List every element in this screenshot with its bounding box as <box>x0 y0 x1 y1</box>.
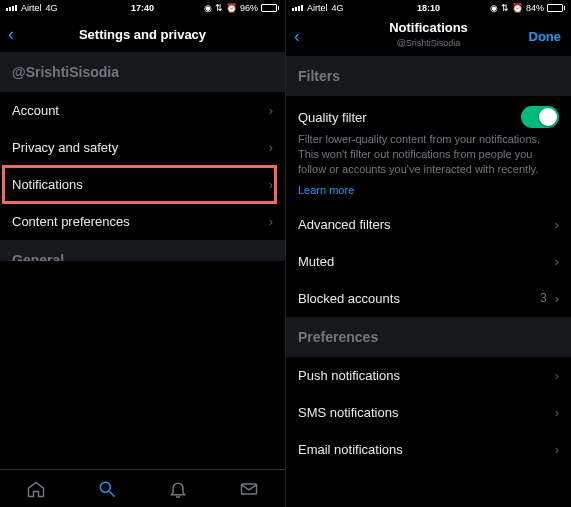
username-label: @SrishtiSisodia <box>0 52 285 92</box>
svg-point-0 <box>100 482 110 492</box>
tab-search[interactable] <box>71 470 142 507</box>
tab-notifications[interactable] <box>143 470 214 507</box>
search-icon <box>97 479 117 499</box>
content: Filters Quality filter Filter lower-qual… <box>286 56 571 507</box>
header: ‹ Settings and privacy <box>0 16 285 52</box>
status-bar: Airtel 4G 17:40 ◉ ⇅ ⏰ 96% <box>0 0 285 16</box>
chevron-right-icon: › <box>269 214 273 229</box>
row-label: SMS notifications <box>298 405 555 420</box>
blocked-count: 3 <box>540 291 547 305</box>
battery-pct: 96% <box>240 3 258 13</box>
status-time: 17:40 <box>131 3 154 13</box>
quality-filter-toggle[interactable] <box>521 106 559 128</box>
learn-more-link[interactable]: Learn more <box>286 184 366 206</box>
home-icon <box>26 479 46 499</box>
row-label: Blocked accounts <box>298 291 540 306</box>
section-filters: Filters <box>286 56 571 96</box>
row-content-preferences[interactable]: Content preferences › <box>0 203 285 240</box>
signal-icon <box>6 5 17 11</box>
section-general: General <box>0 240 285 261</box>
svg-line-1 <box>109 491 114 496</box>
content: @SrishtiSisodia Account › Privacy and sa… <box>0 52 285 261</box>
row-label: Advanced filters <box>298 217 555 232</box>
row-account[interactable]: Account › <box>0 92 285 129</box>
chevron-right-icon: › <box>555 368 559 383</box>
row-label: Privacy and safety <box>12 140 269 155</box>
row-label: Push notifications <box>298 368 555 383</box>
row-label: Account <box>12 103 269 118</box>
network-label: 4G <box>332 3 344 13</box>
tab-messages[interactable] <box>214 470 285 507</box>
notifications-screen: Airtel 4G 18:10 ◉ ⇅ ⏰ 84% ‹ Notification… <box>286 0 571 507</box>
row-email[interactable]: Email notifications › <box>286 431 571 468</box>
row-label: Muted <box>298 254 555 269</box>
carrier-label: Airtel <box>307 3 328 13</box>
row-label: Notifications <box>12 177 269 192</box>
row-advanced-filters[interactable]: Advanced filters › <box>286 206 571 243</box>
chevron-right-icon: › <box>269 140 273 155</box>
done-button[interactable]: Done <box>529 29 562 44</box>
page-title: Settings and privacy <box>0 27 285 42</box>
section-preferences: Preferences <box>286 317 571 357</box>
envelope-icon <box>239 479 259 499</box>
back-button[interactable]: ‹ <box>294 26 312 47</box>
quality-filter-desc: Filter lower-quality content from your n… <box>286 132 571 183</box>
location-icon: ◉ <box>490 3 498 13</box>
back-button[interactable]: ‹ <box>8 24 26 45</box>
battery-pct: 84% <box>526 3 544 13</box>
chevron-right-icon: › <box>555 254 559 269</box>
chevron-right-icon: › <box>555 405 559 420</box>
location-icon: ◉ <box>204 3 212 13</box>
chevron-right-icon: › <box>555 217 559 232</box>
network-label: 4G <box>46 3 58 13</box>
row-quality-filter: Quality filter <box>286 96 571 132</box>
status-time: 18:10 <box>417 3 440 13</box>
lock-icon: ⇅ <box>215 3 223 13</box>
chevron-right-icon: › <box>269 103 273 118</box>
row-privacy[interactable]: Privacy and safety › <box>0 129 285 166</box>
toggle-knob <box>539 108 557 126</box>
status-bar: Airtel 4G 18:10 ◉ ⇅ ⏰ 84% <box>286 0 571 16</box>
settings-privacy-screen: Airtel 4G 17:40 ◉ ⇅ ⏰ 96% ‹ Settings and… <box>0 0 286 507</box>
row-notifications[interactable]: Notifications › <box>0 166 285 203</box>
chevron-right-icon: › <box>555 291 559 306</box>
battery-icon <box>261 4 279 12</box>
row-blocked[interactable]: Blocked accounts 3 › <box>286 280 571 317</box>
signal-icon <box>292 5 303 11</box>
tab-bar <box>0 469 285 507</box>
battery-icon <box>547 4 565 12</box>
alarm-icon: ⏰ <box>512 3 523 13</box>
lock-icon: ⇅ <box>501 3 509 13</box>
row-label: Content preferences <box>12 214 269 229</box>
row-label: Email notifications <box>298 442 555 457</box>
spacer <box>0 261 285 470</box>
chevron-right-icon: › <box>269 177 273 192</box>
row-push[interactable]: Push notifications › <box>286 357 571 394</box>
bell-icon <box>168 479 188 499</box>
row-muted[interactable]: Muted › <box>286 243 571 280</box>
row-sms[interactable]: SMS notifications › <box>286 394 571 431</box>
alarm-icon: ⏰ <box>226 3 237 13</box>
row-label: Quality filter <box>298 110 521 125</box>
header: ‹ Notifications @SrishtiSisodia Done <box>286 16 571 56</box>
carrier-label: Airtel <box>21 3 42 13</box>
tab-home[interactable] <box>0 470 71 507</box>
chevron-right-icon: › <box>555 442 559 457</box>
